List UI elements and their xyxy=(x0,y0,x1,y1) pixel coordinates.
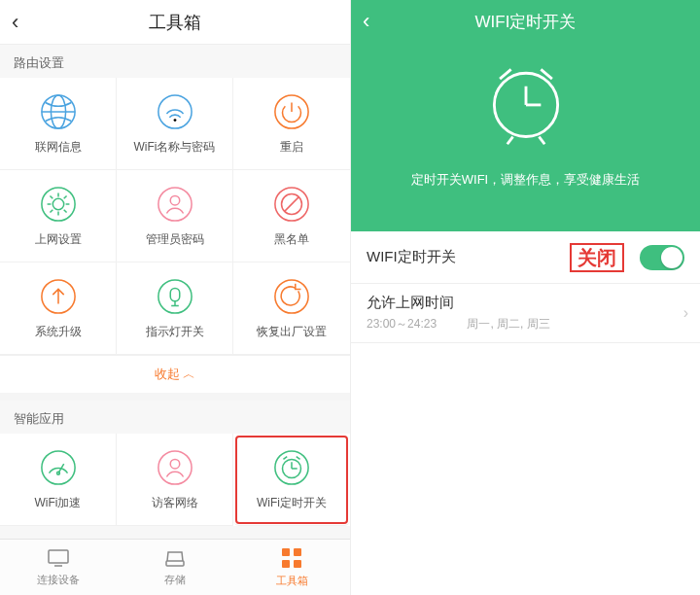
tab-label: 工具箱 xyxy=(276,574,308,588)
power-cell[interactable]: 重启 xyxy=(233,78,350,170)
svg-point-8 xyxy=(158,187,191,220)
tabbar: 连接设备 存储 工具箱 xyxy=(0,539,350,595)
svg-rect-28 xyxy=(49,550,68,563)
gear-icon xyxy=(39,185,78,224)
svg-rect-15 xyxy=(170,288,180,300)
cell-label: WiFi加速 xyxy=(35,495,82,511)
schedule-days: 周一, 周二, 周三 xyxy=(467,317,549,331)
cell-label: 系统升级 xyxy=(35,324,82,340)
left-pane: ‹ 工具箱 路由设置 联网信息 WiFi名称与密码 重启 上网设置 管理员密码 … xyxy=(0,0,350,595)
svg-point-6 xyxy=(41,187,74,220)
svg-rect-33 xyxy=(282,560,290,568)
disk-icon xyxy=(163,548,187,570)
cell-label: WiFi定时开关 xyxy=(257,495,327,511)
hero: ‹ WIFI定时开关 定时开关WIFI，调整作息，享受健康生活 xyxy=(351,0,700,231)
page-title: 工具箱 xyxy=(149,11,201,34)
globe-cell[interactable]: 联网信息 xyxy=(0,78,117,170)
switch-toggle[interactable] xyxy=(640,245,684,270)
right-pane: ‹ WIFI定时开关 定时开关WIFI，调整作息，享受健康生活 WIFI定时开关… xyxy=(350,0,700,595)
clock-cell[interactable]: WiFi定时开关 xyxy=(233,434,350,526)
svg-line-12 xyxy=(284,196,298,211)
smart-grid: WiFi加速 访客网络 WiFi定时开关 xyxy=(0,434,350,526)
wifi-icon xyxy=(156,92,194,131)
switch-status-badge: 关闭 xyxy=(570,243,624,272)
back-icon[interactable]: ‹ xyxy=(12,12,18,33)
left-content: 路由设置 联网信息 WiFi名称与密码 重启 上网设置 管理员密码 黑名单 系统… xyxy=(0,45,350,539)
cell-label: 访客网络 xyxy=(152,495,198,511)
cell-label: 指示灯开关 xyxy=(146,324,204,340)
schedule-label: 允许上网时间 xyxy=(367,294,684,312)
svg-point-21 xyxy=(56,472,59,474)
back-icon[interactable]: ‹ xyxy=(363,9,369,34)
svg-point-3 xyxy=(158,94,191,127)
svg-point-14 xyxy=(158,279,191,312)
power-icon xyxy=(272,92,311,131)
clock-icon xyxy=(272,448,311,487)
chevron-up-icon: ︿ xyxy=(183,367,195,381)
left-header: ‹ 工具箱 xyxy=(0,0,350,45)
reset-cell[interactable]: 恢复出厂设置 xyxy=(233,262,350,355)
cell-label: 上网设置 xyxy=(35,231,82,248)
section-smart-label: 智能应用 xyxy=(0,401,350,434)
svg-point-9 xyxy=(170,195,180,205)
hero-description: 定时开关WIFI，调整作息，享受健康生活 xyxy=(411,171,640,189)
tab-storage[interactable]: 存储 xyxy=(117,540,233,595)
wifi-cell[interactable]: WiFi名称与密码 xyxy=(117,78,233,170)
wifi-timer-switch-row: WIFI定时开关 关闭 xyxy=(351,231,700,284)
guest-cell[interactable]: 访客网络 xyxy=(117,434,233,526)
ban-icon xyxy=(272,185,311,224)
schedule-detail: 23:00～24:23 周一, 周二, 周三 xyxy=(367,316,684,332)
cell-label: 黑名单 xyxy=(274,231,309,248)
svg-line-38 xyxy=(507,137,512,145)
tab-toolbox[interactable]: 工具箱 xyxy=(233,540,350,595)
globe-icon xyxy=(39,92,78,131)
speed-icon xyxy=(39,448,78,487)
tab-label: 存储 xyxy=(164,573,186,587)
schedule-row[interactable]: 允许上网时间 23:00～24:23 周一, 周二, 周三 › xyxy=(351,284,700,343)
user-icon xyxy=(156,185,194,224)
svg-rect-31 xyxy=(282,548,290,556)
upgrade-cell[interactable]: 系统升级 xyxy=(0,262,117,355)
user-cell[interactable]: 管理员密码 xyxy=(117,170,233,262)
cell-label: 联网信息 xyxy=(35,139,82,156)
svg-point-23 xyxy=(170,459,180,469)
tab-label: 连接设备 xyxy=(37,573,80,587)
chevron-right-icon: › xyxy=(683,304,688,322)
collapse-label: 收起 xyxy=(155,367,180,381)
grid-icon xyxy=(281,547,302,571)
tab-devices[interactable]: 连接设备 xyxy=(0,540,117,595)
gear-cell[interactable]: 上网设置 xyxy=(0,170,117,262)
cell-label: WiFi名称与密码 xyxy=(134,139,216,156)
svg-point-4 xyxy=(173,119,176,122)
svg-rect-34 xyxy=(294,560,301,568)
cell-label: 恢复出厂设置 xyxy=(257,324,327,340)
right-header: ‹ WIFI定时开关 xyxy=(351,0,700,43)
svg-rect-32 xyxy=(294,548,301,556)
switch-label: WIFI定时开关 xyxy=(367,248,456,266)
svg-point-7 xyxy=(52,198,63,209)
svg-line-39 xyxy=(539,137,544,145)
cell-label: 管理员密码 xyxy=(146,231,204,248)
collapse-button[interactable]: 收起 ︿ xyxy=(0,355,350,401)
speed-cell[interactable]: WiFi加速 xyxy=(0,434,117,526)
schedule-time: 23:00～24:23 xyxy=(367,317,437,331)
svg-point-18 xyxy=(275,279,308,312)
svg-rect-30 xyxy=(166,561,184,566)
guest-icon xyxy=(156,448,194,487)
led-cell[interactable]: 指示灯开关 xyxy=(117,262,233,355)
monitor-icon xyxy=(47,548,70,570)
clock-hero-icon xyxy=(479,56,573,154)
cell-label: 重启 xyxy=(280,139,303,156)
section-router-label: 路由设置 xyxy=(0,45,350,78)
led-icon xyxy=(156,277,194,316)
ban-cell[interactable]: 黑名单 xyxy=(233,170,350,262)
upgrade-icon xyxy=(39,277,78,316)
svg-point-22 xyxy=(158,450,191,483)
router-grid: 联网信息 WiFi名称与密码 重启 上网设置 管理员密码 黑名单 系统升级 指示… xyxy=(0,78,350,355)
page-title: WIFI定时开关 xyxy=(475,11,577,33)
reset-icon xyxy=(272,277,311,316)
